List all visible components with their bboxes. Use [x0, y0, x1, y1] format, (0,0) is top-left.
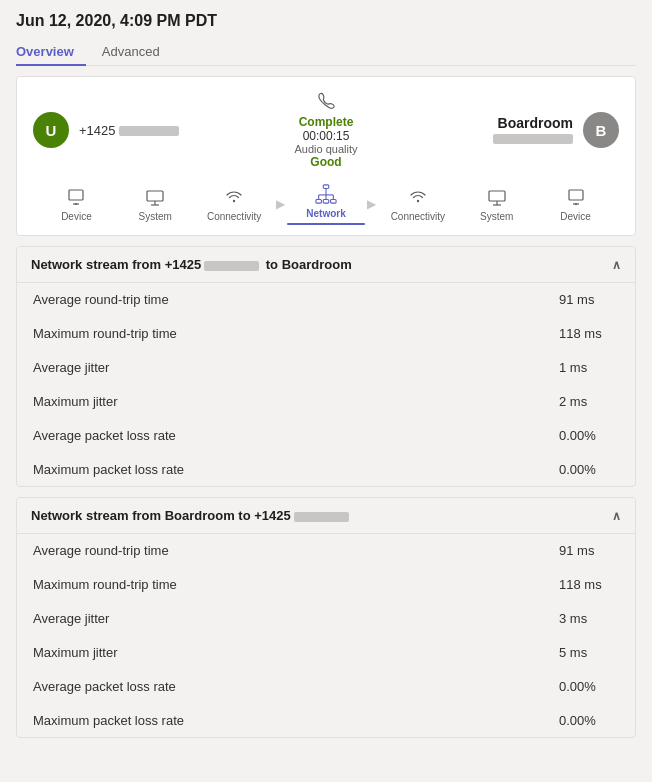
data-label: Maximum jitter [33, 394, 118, 409]
icon-network: Network [287, 183, 366, 225]
phone-icon [317, 91, 335, 113]
data-value: 0.00% [559, 428, 619, 443]
data-value: 2 ms [559, 394, 619, 409]
data-label: Average packet loss rate [33, 428, 176, 443]
data-row: Average jitter 3 ms [17, 602, 635, 636]
active-tab-underline [287, 223, 366, 225]
network-icons-row: Device System Connectivity [33, 183, 619, 225]
svg-rect-8 [323, 200, 329, 204]
call-duration: 00:00:15 [303, 129, 350, 143]
caller-number: +1425 [79, 123, 116, 138]
data-label: Average jitter [33, 611, 109, 626]
data-row: Maximum packet loss rate 0.00% [17, 704, 635, 737]
data-value: 0.00% [559, 462, 619, 477]
data-label: Average round-trip time [33, 543, 169, 558]
data-row: Maximum round-trip time 118 ms [17, 568, 635, 602]
data-row: Average jitter 1 ms [17, 351, 635, 385]
svg-rect-16 [489, 191, 505, 201]
data-value: 118 ms [559, 577, 619, 592]
icon-label-connectivity-left: Connectivity [207, 211, 261, 222]
data-value: 3 ms [559, 611, 619, 626]
call-status: Complete [299, 115, 354, 129]
participant-left: U +1425 [33, 112, 228, 148]
call-card: U +1425 Complete 00:00:15 Audio quality … [16, 76, 636, 236]
data-row: Maximum jitter 5 ms [17, 636, 635, 670]
data-row: Average packet loss rate 0.00% [17, 419, 635, 453]
page-wrapper: Jun 12, 2020, 4:09 PM PDT Overview Advan… [0, 0, 652, 782]
stream1-title: Network stream from +1425 to Boardroom [31, 257, 352, 272]
callee-detail-redacted [493, 134, 573, 144]
callee-name: Boardroom [493, 115, 573, 131]
tab-overview[interactable]: Overview [16, 38, 86, 65]
call-participants: U +1425 Complete 00:00:15 Audio quality … [33, 91, 619, 169]
icon-connectivity-left: Connectivity [195, 186, 274, 222]
data-row: Maximum jitter 2 ms [17, 385, 635, 419]
stream1-header[interactable]: Network stream from +1425 to Boardroom ∧ [17, 247, 635, 283]
stream2-header[interactable]: Network stream from Boardroom to +1425 ∧ [17, 498, 635, 534]
data-value: 0.00% [559, 679, 619, 694]
icon-connectivity-right: Connectivity [378, 186, 457, 222]
data-row: Average round-trip time 91 ms [17, 534, 635, 568]
data-label: Average jitter [33, 360, 109, 375]
call-center: Complete 00:00:15 Audio quality Good [228, 91, 423, 169]
avatar-callee: B [583, 112, 619, 148]
data-value: 1 ms [559, 360, 619, 375]
data-row: Average packet loss rate 0.00% [17, 670, 635, 704]
svg-rect-2 [147, 191, 163, 201]
caller-info: +1425 [79, 123, 179, 138]
svg-point-5 [233, 200, 235, 202]
arrow-left: ▶ [274, 197, 287, 211]
stream2-collapse-icon: ∧ [612, 509, 621, 523]
icon-device-left: Device [37, 186, 116, 222]
data-value: 0.00% [559, 713, 619, 728]
page-title: Jun 12, 2020, 4:09 PM PDT [16, 12, 636, 30]
data-row: Maximum round-trip time 118 ms [17, 317, 635, 351]
tab-advanced[interactable]: Advanced [102, 38, 172, 65]
stream1-rows: Average round-trip time 91 ms Maximum ro… [17, 283, 635, 486]
svg-rect-9 [331, 200, 337, 204]
participant-right: Boardroom B [424, 112, 619, 148]
data-value: 5 ms [559, 645, 619, 660]
stream2-title-redacted [294, 512, 349, 522]
stream2-section: Network stream from Boardroom to +1425 ∧… [16, 497, 636, 738]
data-label: Average packet loss rate [33, 679, 176, 694]
data-value: 91 ms [559, 292, 619, 307]
data-value: 118 ms [559, 326, 619, 341]
caller-number-redacted [119, 126, 179, 136]
data-value: 91 ms [559, 543, 619, 558]
avatar-caller: U [33, 112, 69, 148]
icon-system-left: System [116, 186, 195, 222]
icon-device-right: Device [536, 186, 615, 222]
icon-label-system-left: System [139, 211, 172, 222]
stream1-section: Network stream from +1425 to Boardroom ∧… [16, 246, 636, 487]
stream2-rows: Average round-trip time 91 ms Maximum ro… [17, 534, 635, 737]
svg-rect-6 [323, 185, 329, 189]
data-row: Maximum packet loss rate 0.00% [17, 453, 635, 486]
stream2-title: Network stream from Boardroom to +1425 [31, 508, 352, 523]
data-label: Maximum packet loss rate [33, 713, 184, 728]
svg-rect-7 [316, 200, 322, 204]
icon-label-device-right: Device [560, 211, 591, 222]
icon-label-connectivity-right: Connectivity [391, 211, 445, 222]
callee-info: Boardroom [493, 115, 573, 146]
stream1-title-redacted [204, 261, 259, 271]
icon-label-device-left: Device [61, 211, 92, 222]
data-label: Maximum jitter [33, 645, 118, 660]
data-row: Average round-trip time 91 ms [17, 283, 635, 317]
arrow-right: ▶ [365, 197, 378, 211]
svg-point-15 [417, 200, 419, 202]
audio-quality-label: Audio quality [294, 143, 357, 155]
tabs-bar: Overview Advanced [16, 38, 636, 66]
data-label: Maximum packet loss rate [33, 462, 184, 477]
stream1-collapse-icon: ∧ [612, 258, 621, 272]
icon-system-right: System [457, 186, 536, 222]
data-label: Maximum round-trip time [33, 577, 177, 592]
audio-quality-value: Good [310, 155, 341, 169]
data-label: Maximum round-trip time [33, 326, 177, 341]
data-label: Average round-trip time [33, 292, 169, 307]
icon-label-system-right: System [480, 211, 513, 222]
icon-label-network: Network [306, 208, 345, 219]
